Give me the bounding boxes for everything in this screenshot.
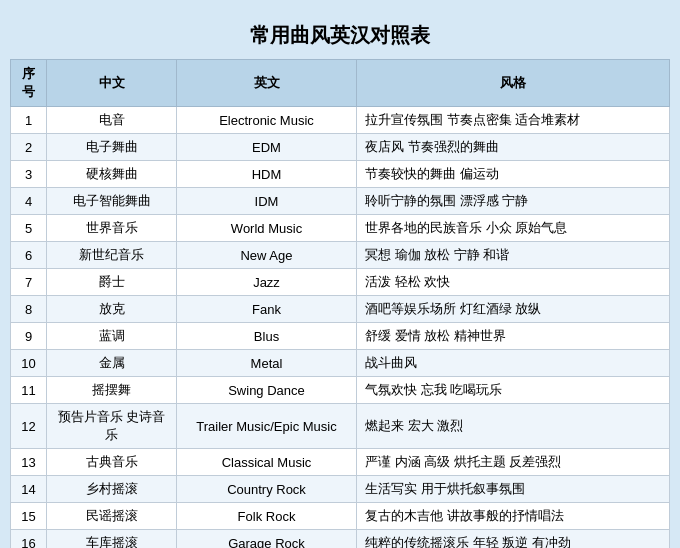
table-row: 2电子舞曲EDM夜店风 节奏强烈的舞曲 — [11, 134, 670, 161]
cell-style: 燃起来 宏大 激烈 — [357, 404, 670, 449]
cell-en: New Age — [177, 242, 357, 269]
cell-style: 夜店风 节奏强烈的舞曲 — [357, 134, 670, 161]
cell-en: Blus — [177, 323, 357, 350]
cell-style: 拉升宣传氛围 节奏点密集 适合堆素材 — [357, 107, 670, 134]
cell-en: Swing Dance — [177, 377, 357, 404]
page-title: 常用曲风英汉对照表 — [10, 10, 670, 59]
cell-en: Garage Rock — [177, 530, 357, 549]
table-row: 9蓝调Blus舒缓 爱情 放松 精神世界 — [11, 323, 670, 350]
cell-num: 13 — [11, 449, 47, 476]
table-row: 5世界音乐World Music世界各地的民族音乐 小众 原始气息 — [11, 215, 670, 242]
cell-zh: 电子智能舞曲 — [47, 188, 177, 215]
cell-num: 5 — [11, 215, 47, 242]
cell-style: 舒缓 爱情 放松 精神世界 — [357, 323, 670, 350]
cell-en: Country Rock — [177, 476, 357, 503]
cell-style: 严谨 内涵 高级 烘托主题 反差强烈 — [357, 449, 670, 476]
cell-num: 2 — [11, 134, 47, 161]
header-zh: 中文 — [47, 60, 177, 107]
header-en: 英文 — [177, 60, 357, 107]
cell-num: 10 — [11, 350, 47, 377]
cell-en: IDM — [177, 188, 357, 215]
cell-num: 6 — [11, 242, 47, 269]
cell-en: Fank — [177, 296, 357, 323]
cell-zh: 放克 — [47, 296, 177, 323]
cell-zh: 金属 — [47, 350, 177, 377]
cell-num: 15 — [11, 503, 47, 530]
cell-zh: 蓝调 — [47, 323, 177, 350]
cell-en: Metal — [177, 350, 357, 377]
cell-en: EDM — [177, 134, 357, 161]
header-style: 风格 — [357, 60, 670, 107]
cell-en: Folk Rock — [177, 503, 357, 530]
table-row: 10金属Metal战斗曲风 — [11, 350, 670, 377]
header-num: 序号 — [11, 60, 47, 107]
table-row: 11摇摆舞Swing Dance气氛欢快 忘我 吃喝玩乐 — [11, 377, 670, 404]
cell-num: 4 — [11, 188, 47, 215]
cell-en: HDM — [177, 161, 357, 188]
cell-num: 16 — [11, 530, 47, 549]
cell-style: 聆听宁静的氛围 漂浮感 宁静 — [357, 188, 670, 215]
cell-zh: 电子舞曲 — [47, 134, 177, 161]
table-row: 16车库摇滚Garage Rock纯粹的传统摇滚乐 年轻 叛逆 有冲劲 — [11, 530, 670, 549]
table-row: 1电音Electronic Music拉升宣传氛围 节奏点密集 适合堆素材 — [11, 107, 670, 134]
table-row: 7爵士Jazz活泼 轻松 欢快 — [11, 269, 670, 296]
cell-zh: 爵士 — [47, 269, 177, 296]
cell-style: 复古的木吉他 讲故事般的抒情唱法 — [357, 503, 670, 530]
cell-num: 14 — [11, 476, 47, 503]
cell-style: 战斗曲风 — [357, 350, 670, 377]
cell-style: 气氛欢快 忘我 吃喝玩乐 — [357, 377, 670, 404]
cell-style: 节奏较快的舞曲 偏运动 — [357, 161, 670, 188]
cell-num: 8 — [11, 296, 47, 323]
table-header-row: 序号 中文 英文 风格 — [11, 60, 670, 107]
table-row: 8放克Fank酒吧等娱乐场所 灯红酒绿 放纵 — [11, 296, 670, 323]
cell-zh: 乡村摇滚 — [47, 476, 177, 503]
cell-num: 7 — [11, 269, 47, 296]
cell-num: 12 — [11, 404, 47, 449]
cell-en: Classical Music — [177, 449, 357, 476]
cell-style: 生活写实 用于烘托叙事氛围 — [357, 476, 670, 503]
table-body: 1电音Electronic Music拉升宣传氛围 节奏点密集 适合堆素材2电子… — [11, 107, 670, 549]
cell-zh: 摇摆舞 — [47, 377, 177, 404]
cell-style: 冥想 瑜伽 放松 宁静 和谐 — [357, 242, 670, 269]
table-row: 6新世纪音乐New Age冥想 瑜伽 放松 宁静 和谐 — [11, 242, 670, 269]
table-row: 13古典音乐Classical Music严谨 内涵 高级 烘托主题 反差强烈 — [11, 449, 670, 476]
cell-en: Jazz — [177, 269, 357, 296]
table-row: 12预告片音乐 史诗音乐Trailer Music/Epic Music燃起来 … — [11, 404, 670, 449]
cell-zh: 预告片音乐 史诗音乐 — [47, 404, 177, 449]
table-row: 14乡村摇滚Country Rock生活写实 用于烘托叙事氛围 — [11, 476, 670, 503]
cell-num: 3 — [11, 161, 47, 188]
main-container: 常用曲风英汉对照表 序号 中文 英文 风格 1电音Electronic Musi… — [10, 10, 670, 548]
table-row: 3硬核舞曲HDM节奏较快的舞曲 偏运动 — [11, 161, 670, 188]
cell-style: 世界各地的民族音乐 小众 原始气息 — [357, 215, 670, 242]
cell-zh: 硬核舞曲 — [47, 161, 177, 188]
cell-num: 9 — [11, 323, 47, 350]
cell-num: 1 — [11, 107, 47, 134]
cell-en: World Music — [177, 215, 357, 242]
cell-zh: 古典音乐 — [47, 449, 177, 476]
cell-style: 活泼 轻松 欢快 — [357, 269, 670, 296]
cell-zh: 新世纪音乐 — [47, 242, 177, 269]
cell-en: Trailer Music/Epic Music — [177, 404, 357, 449]
cell-style: 纯粹的传统摇滚乐 年轻 叛逆 有冲劲 — [357, 530, 670, 549]
cell-style: 酒吧等娱乐场所 灯红酒绿 放纵 — [357, 296, 670, 323]
cell-zh: 车库摇滚 — [47, 530, 177, 549]
table-row: 15民谣摇滚Folk Rock复古的木吉他 讲故事般的抒情唱法 — [11, 503, 670, 530]
cell-zh: 电音 — [47, 107, 177, 134]
cell-en: Electronic Music — [177, 107, 357, 134]
cell-zh: 民谣摇滚 — [47, 503, 177, 530]
cell-zh: 世界音乐 — [47, 215, 177, 242]
table-row: 4电子智能舞曲IDM聆听宁静的氛围 漂浮感 宁静 — [11, 188, 670, 215]
cell-num: 11 — [11, 377, 47, 404]
music-table: 序号 中文 英文 风格 1电音Electronic Music拉升宣传氛围 节奏… — [10, 59, 670, 548]
